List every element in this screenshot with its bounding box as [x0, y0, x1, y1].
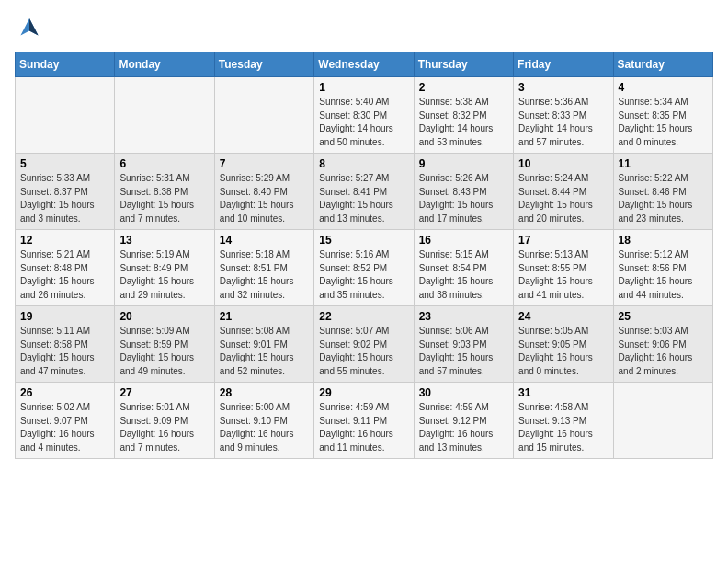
calendar-cell: 23Sunrise: 5:06 AM Sunset: 9:03 PM Dayli… — [414, 306, 513, 383]
logo — [15, 15, 48, 44]
weekday-row: SundayMondayTuesdayWednesdayThursdayFrid… — [16, 52, 713, 77]
day-info: Sunrise: 5:12 AM Sunset: 8:56 PM Dayligh… — [619, 248, 708, 302]
day-info: Sunrise: 5:03 AM Sunset: 9:06 PM Dayligh… — [619, 325, 708, 378]
day-number: 1 — [319, 81, 408, 94]
weekday-header-monday: Monday — [115, 52, 214, 77]
day-info: Sunrise: 5:11 AM Sunset: 8:58 PM Dayligh… — [20, 325, 109, 378]
calendar-cell: 7Sunrise: 5:29 AM Sunset: 8:40 PM Daylig… — [214, 154, 313, 230]
calendar-cell: 24Sunrise: 5:05 AM Sunset: 9:05 PM Dayli… — [514, 306, 613, 383]
calendar-cell: 3Sunrise: 5:36 AM Sunset: 8:33 PM Daylig… — [514, 77, 613, 154]
calendar-cell: 30Sunrise: 4:59 AM Sunset: 9:12 PM Dayli… — [414, 383, 513, 459]
day-info: Sunrise: 5:31 AM Sunset: 8:38 PM Dayligh… — [119, 172, 209, 225]
week-row-3: 12Sunrise: 5:21 AM Sunset: 8:48 PM Dayli… — [16, 230, 713, 306]
day-info: Sunrise: 5:21 AM Sunset: 8:48 PM Dayligh… — [20, 248, 109, 302]
day-number: 11 — [619, 157, 708, 170]
weekday-header-tuesday: Tuesday — [214, 52, 313, 77]
calendar-cell: 26Sunrise: 5:02 AM Sunset: 9:07 PM Dayli… — [16, 383, 115, 459]
day-number: 20 — [119, 310, 209, 323]
day-info: Sunrise: 5:02 AM Sunset: 9:07 PM Dayligh… — [20, 401, 109, 454]
calendar-cell: 9Sunrise: 5:26 AM Sunset: 8:43 PM Daylig… — [414, 154, 513, 230]
calendar-cell: 27Sunrise: 5:01 AM Sunset: 9:09 PM Dayli… — [115, 383, 214, 459]
day-info: Sunrise: 5:15 AM Sunset: 8:54 PM Dayligh… — [419, 248, 508, 302]
day-number: 15 — [319, 234, 408, 247]
calendar-cell: 11Sunrise: 5:22 AM Sunset: 8:46 PM Dayli… — [613, 154, 712, 230]
calendar-cell: 21Sunrise: 5:08 AM Sunset: 9:01 PM Dayli… — [214, 306, 313, 383]
calendar-cell: 14Sunrise: 5:18 AM Sunset: 8:51 PM Dayli… — [214, 230, 313, 306]
day-info: Sunrise: 5:40 AM Sunset: 8:30 PM Dayligh… — [319, 96, 408, 149]
day-number: 28 — [220, 386, 309, 399]
weekday-header-saturday: Saturday — [613, 52, 712, 77]
calendar-cell: 25Sunrise: 5:03 AM Sunset: 9:06 PM Dayli… — [613, 306, 712, 383]
calendar-cell — [613, 383, 712, 459]
day-info: Sunrise: 5:06 AM Sunset: 9:03 PM Dayligh… — [419, 325, 508, 378]
day-info: Sunrise: 5:22 AM Sunset: 8:46 PM Dayligh… — [619, 172, 708, 225]
calendar-cell — [16, 77, 115, 154]
day-info: Sunrise: 5:13 AM Sunset: 8:55 PM Dayligh… — [518, 248, 608, 302]
calendar-cell: 12Sunrise: 5:21 AM Sunset: 8:48 PM Dayli… — [16, 230, 115, 306]
week-row-4: 19Sunrise: 5:11 AM Sunset: 8:58 PM Dayli… — [16, 306, 713, 383]
day-info: Sunrise: 5:00 AM Sunset: 9:10 PM Dayligh… — [220, 401, 309, 454]
day-info: Sunrise: 5:29 AM Sunset: 8:40 PM Dayligh… — [220, 172, 309, 225]
weekday-header-wednesday: Wednesday — [314, 52, 414, 77]
day-number: 5 — [20, 157, 109, 170]
calendar-cell: 15Sunrise: 5:16 AM Sunset: 8:52 PM Dayli… — [314, 230, 414, 306]
calendar-body: 1Sunrise: 5:40 AM Sunset: 8:30 PM Daylig… — [16, 77, 713, 459]
day-number: 9 — [419, 157, 508, 170]
calendar-cell: 13Sunrise: 5:19 AM Sunset: 8:49 PM Dayli… — [115, 230, 214, 306]
week-row-1: 1Sunrise: 5:40 AM Sunset: 8:30 PM Daylig… — [16, 77, 713, 154]
day-info: Sunrise: 5:07 AM Sunset: 9:02 PM Dayligh… — [319, 325, 408, 378]
day-info: Sunrise: 5:38 AM Sunset: 8:32 PM Dayligh… — [419, 96, 508, 149]
calendar-cell: 29Sunrise: 4:59 AM Sunset: 9:11 PM Dayli… — [314, 383, 414, 459]
day-number: 22 — [319, 310, 408, 323]
calendar-cell: 10Sunrise: 5:24 AM Sunset: 8:44 PM Dayli… — [514, 154, 613, 230]
day-info: Sunrise: 5:26 AM Sunset: 8:43 PM Dayligh… — [419, 172, 508, 225]
day-number: 3 — [518, 81, 608, 94]
day-info: Sunrise: 5:24 AM Sunset: 8:44 PM Dayligh… — [518, 172, 608, 225]
day-number: 29 — [319, 386, 408, 399]
day-info: Sunrise: 5:19 AM Sunset: 8:49 PM Dayligh… — [119, 248, 209, 302]
calendar-cell — [214, 77, 313, 154]
day-number: 16 — [419, 234, 508, 247]
calendar-header: SundayMondayTuesdayWednesdayThursdayFrid… — [16, 52, 713, 77]
calendar-table: SundayMondayTuesdayWednesdayThursdayFrid… — [15, 52, 713, 459]
weekday-header-thursday: Thursday — [414, 52, 513, 77]
day-info: Sunrise: 5:33 AM Sunset: 8:37 PM Dayligh… — [20, 172, 109, 225]
day-info: Sunrise: 4:59 AM Sunset: 9:11 PM Dayligh… — [319, 401, 408, 454]
day-number: 24 — [518, 310, 608, 323]
calendar-cell: 1Sunrise: 5:40 AM Sunset: 8:30 PM Daylig… — [314, 77, 414, 154]
day-number: 27 — [119, 386, 209, 399]
calendar-cell: 5Sunrise: 5:33 AM Sunset: 8:37 PM Daylig… — [16, 154, 115, 230]
day-info: Sunrise: 4:59 AM Sunset: 9:12 PM Dayligh… — [419, 401, 508, 454]
calendar-cell: 2Sunrise: 5:38 AM Sunset: 8:32 PM Daylig… — [414, 77, 513, 154]
calendar-cell: 31Sunrise: 4:58 AM Sunset: 9:13 PM Dayli… — [514, 383, 613, 459]
svg-marker-1 — [29, 18, 39, 35]
day-number: 7 — [220, 157, 309, 170]
day-info: Sunrise: 5:05 AM Sunset: 9:05 PM Dayligh… — [518, 325, 608, 378]
page-header — [15, 15, 713, 44]
calendar-cell: 22Sunrise: 5:07 AM Sunset: 9:02 PM Dayli… — [314, 306, 414, 383]
week-row-2: 5Sunrise: 5:33 AM Sunset: 8:37 PM Daylig… — [16, 154, 713, 230]
calendar-cell: 4Sunrise: 5:34 AM Sunset: 8:35 PM Daylig… — [613, 77, 712, 154]
calendar-cell: 16Sunrise: 5:15 AM Sunset: 8:54 PM Dayli… — [414, 230, 513, 306]
week-row-5: 26Sunrise: 5:02 AM Sunset: 9:07 PM Dayli… — [16, 383, 713, 459]
day-number: 13 — [119, 234, 209, 247]
day-info: Sunrise: 5:27 AM Sunset: 8:41 PM Dayligh… — [319, 172, 408, 225]
day-number: 10 — [518, 157, 608, 170]
day-number: 26 — [20, 386, 109, 399]
day-info: Sunrise: 5:34 AM Sunset: 8:35 PM Dayligh… — [619, 96, 708, 149]
day-info: Sunrise: 5:36 AM Sunset: 8:33 PM Dayligh… — [518, 96, 608, 149]
day-number: 30 — [419, 386, 508, 399]
calendar-cell: 6Sunrise: 5:31 AM Sunset: 8:38 PM Daylig… — [115, 154, 214, 230]
weekday-header-sunday: Sunday — [16, 52, 115, 77]
day-info: Sunrise: 5:01 AM Sunset: 9:09 PM Dayligh… — [119, 401, 209, 454]
day-number: 6 — [119, 157, 209, 170]
day-info: Sunrise: 4:58 AM Sunset: 9:13 PM Dayligh… — [518, 401, 608, 454]
day-number: 4 — [619, 81, 708, 94]
day-number: 14 — [220, 234, 309, 247]
day-number: 17 — [518, 234, 608, 247]
day-number: 8 — [319, 157, 408, 170]
calendar-cell: 17Sunrise: 5:13 AM Sunset: 8:55 PM Dayli… — [514, 230, 613, 306]
day-number: 23 — [419, 310, 508, 323]
calendar-cell: 19Sunrise: 5:11 AM Sunset: 8:58 PM Dayli… — [16, 306, 115, 383]
calendar-cell: 20Sunrise: 5:09 AM Sunset: 8:59 PM Dayli… — [115, 306, 214, 383]
